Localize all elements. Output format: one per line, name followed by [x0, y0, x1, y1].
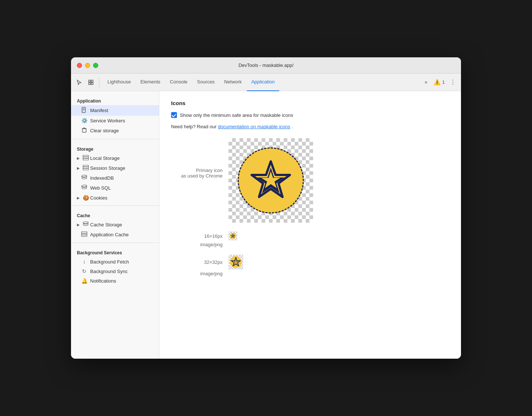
cookies-icon: 🍪 [83, 195, 89, 201]
bg-fetch-icon: ↕ [81, 259, 87, 265]
titlebar: DevTools - maskable.app/ [71, 57, 461, 73]
expand-arrow-local-storage: ▶ [77, 156, 81, 160]
sidebar-service-workers-label: Service Workers [90, 118, 125, 123]
help-text-prefix: Need help? Read our [171, 124, 217, 129]
icon-16-preview [228, 232, 237, 240]
tab-lighthouse[interactable]: Lighthouse [103, 73, 135, 91]
sidebar-session-storage-label: Session Storage [90, 165, 125, 171]
svg-rect-16 [83, 165, 89, 167]
minimize-button[interactable] [85, 63, 90, 68]
sidebar-item-indexeddb[interactable]: IndexedDB [71, 173, 159, 183]
svg-rect-4 [82, 107, 85, 112]
gear-icon: ⚙️ [81, 118, 87, 123]
sidebar-item-clear-storage[interactable]: Clear storage [71, 125, 159, 136]
help-text: Need help? Read our documentation on mas… [171, 124, 449, 129]
svg-rect-17 [83, 167, 89, 168]
sidebar-web-sql-label: Web SQL [90, 185, 111, 191]
more-tabs-button[interactable]: » [422, 73, 430, 91]
manifest-icon [81, 107, 87, 114]
trash-icon [81, 127, 87, 134]
sidebar-item-cookies[interactable]: ▶ 🍪 Cookies [71, 193, 159, 202]
notifications-icon: 🔔 [81, 278, 87, 284]
sidebar-item-manifest[interactable]: Manifest [71, 105, 159, 116]
expand-arrow-cookies: ▶ [77, 196, 81, 200]
svg-rect-14 [83, 157, 89, 158]
svg-rect-23 [82, 233, 87, 235]
documentation-link[interactable]: documentation on maskable icons [218, 124, 290, 129]
sidebar-bg-fetch-label: Background Fetch [90, 259, 129, 265]
tab-network[interactable]: Network [220, 73, 246, 91]
toolbar-icon-group [74, 77, 99, 87]
sidebar-bg-sync-label: Background Sync [90, 269, 128, 274]
tab-elements[interactable]: Elements [136, 73, 165, 91]
svg-rect-22 [82, 232, 87, 233]
local-storage-icon [83, 155, 89, 161]
primary-icon-label-line1: Primary icon [171, 168, 223, 173]
expand-arrow-session-storage: ▶ [77, 166, 81, 170]
inspect-icon[interactable] [86, 77, 96, 87]
warning-icon: ⚠️ [433, 79, 441, 86]
sidebar-section-application: Application [71, 94, 159, 105]
devtools-window: DevTools - maskable.app/ Lighthouse [71, 57, 461, 359]
sidebar-cookies-label: Cookies [90, 195, 107, 201]
close-button[interactable] [77, 63, 82, 68]
tab-console[interactable]: Console [166, 73, 192, 91]
sidebar-item-bg-sync[interactable]: ↻ Background Sync [71, 266, 159, 276]
main-content: Icons Show only the minimum safe area fo… [159, 91, 461, 359]
icon-16-type-label: image/png [171, 242, 223, 247]
sidebar-item-web-sql[interactable]: Web SQL [71, 183, 159, 193]
star-icon [249, 158, 293, 202]
toolbar-right: » ⚠️ 1 ⋮ [422, 73, 458, 91]
tab-application[interactable]: Application [247, 73, 279, 91]
svg-rect-2 [89, 83, 91, 85]
sidebar-section-bg-services: Background Services [71, 246, 159, 257]
svg-rect-15 [83, 159, 89, 160]
primary-icon-circle [238, 147, 304, 214]
sidebar-indexeddb-label: IndexedDB [90, 175, 114, 181]
traffic-lights [77, 63, 98, 68]
maskable-checkbox[interactable] [171, 112, 177, 118]
sidebar-cache-storage-label: Cache Storage [90, 222, 122, 227]
window-title: DevTools - maskable.app/ [238, 62, 294, 68]
sidebar-item-application-cache[interactable]: Application Cache [71, 230, 159, 240]
warning-count: 1 [442, 79, 445, 85]
sidebar-item-session-storage[interactable]: ▶ Session Storage [71, 163, 159, 173]
divider-3 [71, 243, 159, 243]
more-options-button[interactable]: ⋮ [448, 77, 458, 87]
icon-16-size-label: 16×16px [171, 233, 223, 239]
primary-icon-label-line2: as used by Chrome [171, 173, 223, 179]
svg-point-19 [82, 175, 87, 177]
sidebar-section-storage: Storage [71, 142, 159, 153]
star-icon-32 [231, 257, 241, 267]
cursor-icon[interactable] [74, 77, 84, 87]
svg-rect-3 [91, 83, 93, 85]
svg-point-20 [82, 185, 87, 187]
expand-arrow-cache-storage: ▶ [77, 223, 81, 227]
svg-point-21 [83, 222, 88, 224]
svg-rect-1 [91, 80, 93, 82]
sidebar-item-service-workers[interactable]: ⚙️ Service Workers [71, 116, 159, 125]
sidebar-item-bg-fetch[interactable]: ↕ Background Fetch [71, 257, 159, 266]
sidebar-item-cache-storage[interactable]: ▶ Cache Storage [71, 220, 159, 230]
svg-rect-24 [82, 235, 87, 237]
sidebar: Application Manifest ⚙️ Service Workers [71, 91, 159, 359]
sidebar-section-cache: Cache [71, 209, 159, 220]
warning-badge[interactable]: ⚠️ 1 [433, 79, 445, 86]
sidebar-application-cache-label: Application Cache [90, 232, 129, 237]
divider-1 [71, 139, 159, 139]
help-text-end: . [291, 124, 293, 129]
sidebar-item-local-storage[interactable]: ▶ Local Storage [71, 153, 159, 163]
cache-storage-icon [83, 222, 89, 228]
svg-rect-8 [82, 129, 86, 132]
checkbox-row: Show only the minimum safe area for mask… [171, 112, 449, 118]
icon-32-type-label: image/png [171, 271, 223, 276]
indexeddb-icon [81, 175, 87, 181]
sidebar-item-notifications[interactable]: 🔔 Notifications [71, 276, 159, 286]
content-area: Application Manifest ⚙️ Service Workers [71, 91, 461, 359]
application-cache-icon [81, 232, 87, 238]
tab-sources[interactable]: Sources [193, 73, 219, 91]
checkbox-label: Show only the minimum safe area for mask… [180, 112, 293, 118]
icon-32-preview [228, 255, 243, 269]
sidebar-manifest-label: Manifest [90, 108, 108, 113]
fullscreen-button[interactable] [93, 63, 98, 68]
